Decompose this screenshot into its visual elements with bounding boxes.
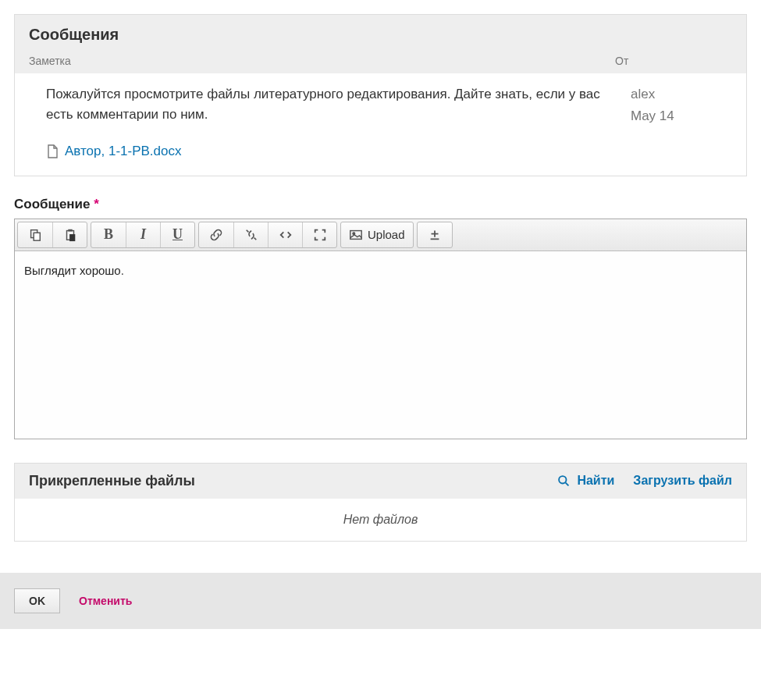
toolbar-group-links xyxy=(198,222,337,248)
fullscreen-icon xyxy=(313,228,327,242)
svg-line-13 xyxy=(566,482,569,485)
svg-line-5 xyxy=(246,229,248,232)
link-button[interactable] xyxy=(199,222,233,247)
unlink-button[interactable] xyxy=(233,222,268,247)
messages-header: Сообщения Заметка От xyxy=(15,15,746,73)
paste-icon xyxy=(63,228,77,242)
find-file-label: Найти xyxy=(577,474,614,488)
column-note-header: Заметка xyxy=(29,55,615,67)
cancel-button[interactable]: Отменить xyxy=(79,595,132,607)
editor-label-text: Сообщение xyxy=(14,197,91,211)
insert-icon xyxy=(428,228,442,242)
paste-button[interactable] xyxy=(52,222,87,247)
footer-bar: OK Отменить xyxy=(0,573,761,629)
messages-columns: Заметка От xyxy=(29,55,732,67)
unlink-icon xyxy=(244,228,258,242)
svg-rect-4 xyxy=(69,234,75,241)
ok-button[interactable]: OK xyxy=(14,588,60,613)
attachments-title: Прикрепленные файлы xyxy=(29,473,557,489)
attachments-panel: Прикрепленные файлы Найти Загрузить файл… xyxy=(14,463,747,542)
search-icon xyxy=(557,474,571,488)
message-attachment-link[interactable]: Автор, 1-1-PB.docx xyxy=(46,141,615,162)
image-icon xyxy=(349,228,363,242)
toolbar-group-format: B I U xyxy=(91,222,195,248)
message-date: May 14 xyxy=(631,106,732,126)
insert-button[interactable] xyxy=(418,222,452,247)
editor-section: Сообщение * B I U xyxy=(14,197,747,439)
svg-rect-7 xyxy=(350,230,361,239)
editor-content[interactable]: Выглядит хорошо. xyxy=(15,251,746,439)
svg-rect-3 xyxy=(68,229,72,231)
toolbar-group-upload: Upload xyxy=(340,222,414,248)
attachments-header: Прикрепленные файлы Найти Загрузить файл xyxy=(15,464,746,499)
upload-file-button[interactable]: Загрузить файл xyxy=(633,474,732,488)
toolbar-group-insert xyxy=(417,222,453,248)
message-text: Пожалуйтся просмотрите файлы литературно… xyxy=(46,84,615,124)
message-author: alex xyxy=(631,84,732,105)
upload-image-label: Upload xyxy=(368,228,405,241)
document-icon xyxy=(46,144,59,158)
bold-button[interactable]: B xyxy=(91,222,126,247)
find-file-button[interactable]: Найти xyxy=(557,474,614,488)
editor-toolbar: B I U Uplo xyxy=(15,219,746,251)
fullscreen-button[interactable] xyxy=(302,222,336,247)
message-content: Пожалуйтся просмотрите файлы литературно… xyxy=(46,84,631,162)
rich-text-editor: B I U Uplo xyxy=(14,219,747,439)
bold-icon: B xyxy=(104,226,113,243)
messages-title: Сообщения xyxy=(29,26,732,44)
italic-button[interactable]: I xyxy=(126,222,160,247)
underline-button[interactable]: U xyxy=(160,222,194,247)
required-indicator: * xyxy=(94,197,99,211)
message-row: Пожалуйтся просмотрите файлы литературно… xyxy=(15,73,746,176)
toolbar-group-clipboard xyxy=(17,222,87,248)
svg-point-12 xyxy=(560,476,567,483)
svg-line-6 xyxy=(254,237,256,240)
code-button[interactable] xyxy=(268,222,302,247)
message-meta: alex May 14 xyxy=(631,84,732,162)
upload-file-label: Загрузить файл xyxy=(633,474,732,488)
underline-icon: U xyxy=(172,226,183,243)
attachments-empty: Нет файлов xyxy=(15,499,746,541)
copy-button[interactable] xyxy=(18,222,52,247)
copy-icon xyxy=(28,228,42,242)
message-attachment-name: Автор, 1-1-PB.docx xyxy=(65,141,182,162)
upload-image-button[interactable]: Upload xyxy=(341,222,413,247)
column-from-header: От xyxy=(615,55,732,67)
code-icon xyxy=(279,228,293,242)
svg-rect-1 xyxy=(34,233,40,240)
messages-panel: Сообщения Заметка От Пожалуйтся просмотр… xyxy=(14,14,747,176)
editor-label: Сообщение * xyxy=(14,197,747,212)
italic-icon: I xyxy=(140,226,146,243)
link-icon xyxy=(209,228,223,242)
attachments-actions: Найти Загрузить файл xyxy=(557,474,732,488)
